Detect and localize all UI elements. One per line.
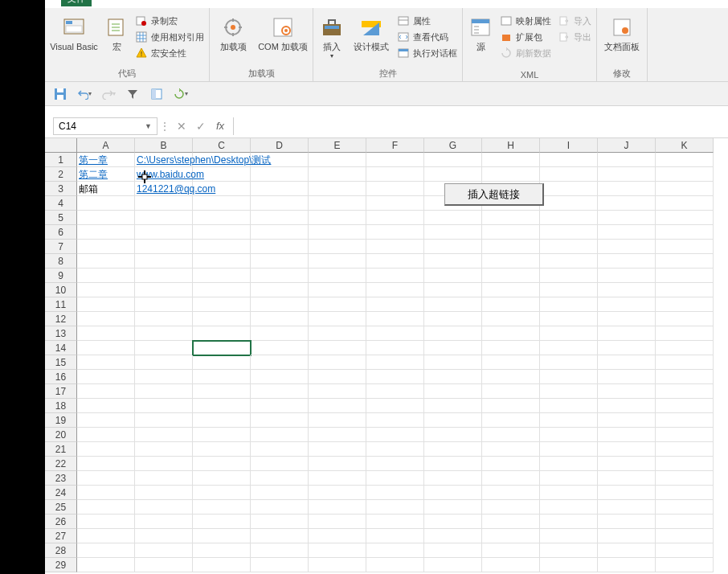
- cell[interactable]: [656, 543, 714, 558]
- view-code-button[interactable]: 查看代码: [395, 29, 459, 45]
- cell[interactable]: [424, 153, 482, 167]
- row-header[interactable]: 17: [45, 384, 77, 399]
- filter-icon[interactable]: [125, 87, 140, 101]
- column-header[interactable]: C: [193, 138, 251, 153]
- cell[interactable]: [77, 486, 135, 500]
- cell[interactable]: [251, 543, 309, 558]
- cell[interactable]: [251, 558, 309, 572]
- save-icon[interactable]: [53, 87, 67, 101]
- cell[interactable]: [598, 442, 656, 457]
- cell[interactable]: [193, 529, 251, 543]
- cell[interactable]: [656, 153, 714, 167]
- cell[interactable]: [193, 225, 251, 240]
- cell[interactable]: [251, 486, 309, 500]
- cell[interactable]: [251, 225, 309, 240]
- cell[interactable]: [366, 297, 424, 312]
- cell[interactable]: [251, 182, 309, 196]
- cell[interactable]: [193, 543, 251, 558]
- cell[interactable]: [598, 211, 656, 225]
- refresh-qat-icon[interactable]: ▾: [174, 87, 188, 101]
- cell[interactable]: [251, 500, 309, 515]
- cell[interactable]: [424, 269, 482, 283]
- cell[interactable]: [77, 196, 135, 211]
- cell[interactable]: [424, 428, 482, 442]
- cell[interactable]: [77, 240, 135, 254]
- cell[interactable]: [193, 254, 251, 269]
- cell[interactable]: [598, 399, 656, 413]
- cell[interactable]: [251, 312, 309, 326]
- cell[interactable]: [251, 529, 309, 543]
- cell[interactable]: [598, 182, 656, 196]
- cell[interactable]: [193, 558, 251, 572]
- cell[interactable]: [598, 428, 656, 442]
- cell[interactable]: [366, 399, 424, 413]
- cell[interactable]: [424, 211, 482, 225]
- cell[interactable]: [540, 240, 598, 254]
- cell[interactable]: 第二章: [77, 167, 135, 182]
- cell[interactable]: [193, 297, 251, 312]
- tab-active[interactable]: 文件: [61, 0, 92, 6]
- cell[interactable]: [540, 529, 598, 543]
- cell[interactable]: [251, 269, 309, 283]
- column-header[interactable]: D: [251, 138, 309, 153]
- cell[interactable]: [540, 167, 598, 182]
- name-box[interactable]: C14 ▼: [53, 117, 157, 135]
- macro-button[interactable]: 宏: [103, 13, 130, 52]
- cell[interactable]: [656, 399, 714, 413]
- cell[interactable]: [424, 167, 482, 182]
- cell[interactable]: [540, 543, 598, 558]
- cell[interactable]: [656, 413, 714, 428]
- cell[interactable]: [482, 500, 540, 515]
- cell[interactable]: [366, 182, 424, 196]
- cell[interactable]: [482, 543, 540, 558]
- cell[interactable]: [77, 211, 135, 225]
- enter-icon[interactable]: ✓: [191, 120, 211, 133]
- cell[interactable]: [77, 254, 135, 269]
- cell[interactable]: [77, 500, 135, 515]
- cell[interactable]: [656, 240, 714, 254]
- cell[interactable]: [251, 196, 309, 211]
- cell[interactable]: [598, 355, 656, 370]
- row-header[interactable]: 26: [45, 515, 77, 529]
- row-header[interactable]: 13: [45, 326, 77, 341]
- cell[interactable]: [656, 196, 714, 211]
- cell[interactable]: [77, 558, 135, 572]
- cell[interactable]: [366, 153, 424, 167]
- cell[interactable]: [77, 413, 135, 428]
- cell[interactable]: [366, 312, 424, 326]
- column-header[interactable]: J: [598, 138, 656, 153]
- cell[interactable]: [540, 355, 598, 370]
- cell[interactable]: [598, 167, 656, 182]
- refresh-button[interactable]: 刷新数据: [498, 45, 553, 61]
- cell[interactable]: [540, 153, 598, 167]
- cell[interactable]: [193, 442, 251, 457]
- row-header[interactable]: 6: [45, 225, 77, 240]
- row-header[interactable]: 5: [45, 211, 77, 225]
- cell[interactable]: [366, 196, 424, 211]
- cell[interactable]: [656, 529, 714, 543]
- cell[interactable]: [424, 312, 482, 326]
- cell[interactable]: [598, 326, 656, 341]
- cell[interactable]: [482, 153, 540, 167]
- row-header[interactable]: 2: [45, 167, 77, 182]
- cell[interactable]: [656, 269, 714, 283]
- cell[interactable]: [482, 558, 540, 572]
- cell[interactable]: [251, 515, 309, 529]
- cell[interactable]: [482, 384, 540, 399]
- cell[interactable]: [193, 471, 251, 486]
- cell[interactable]: [656, 515, 714, 529]
- visual-basic-button[interactable]: Visual Basic: [48, 13, 100, 52]
- cell[interactable]: [366, 341, 424, 355]
- cell[interactable]: [193, 428, 251, 442]
- cell[interactable]: [135, 500, 193, 515]
- cell[interactable]: [193, 486, 251, 500]
- column-header[interactable]: B: [135, 138, 193, 153]
- column-header[interactable]: H: [482, 138, 540, 153]
- cell[interactable]: [193, 312, 251, 326]
- cell[interactable]: [598, 312, 656, 326]
- cell[interactable]: [424, 283, 482, 297]
- map-props-button[interactable]: 映射属性: [498, 13, 553, 29]
- cell[interactable]: [482, 326, 540, 341]
- cell[interactable]: [77, 326, 135, 341]
- cell[interactable]: [482, 442, 540, 457]
